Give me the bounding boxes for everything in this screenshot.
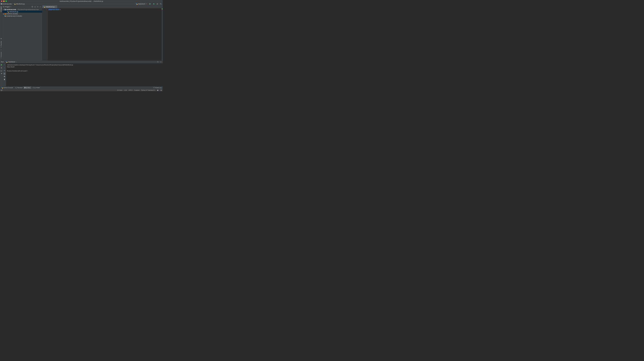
pin-tab-button[interactable] (0, 72, 3, 75)
svg-rect-9 (157, 3, 158, 4)
svg-rect-29 (1, 71, 1, 72)
breadcrumb-file[interactable]: HelloWorld.py (14, 3, 24, 5)
status-cursor-position[interactable]: 1:19 (124, 89, 127, 91)
window-title: testAnaconda [~/PycharmProjects/testAnac… (0, 0, 163, 2)
libraries-icon (4, 13, 6, 14)
soft-wrap-button[interactable] (3, 70, 6, 72)
svg-rect-35 (4, 76, 5, 76)
tree-scratches[interactable]: Scratches and Consoles (2, 15, 42, 17)
project-panel: Project ▼ ▼ testAnaconda ~/PycharmProjec… (2, 5, 42, 60)
inspection-indicator-icon[interactable] (162, 8, 162, 10)
tool-windows-toggle-icon[interactable] (1, 89, 2, 91)
zoom-window-button[interactable] (6, 0, 7, 2)
readonly-lock-icon[interactable] (157, 89, 158, 91)
python-console-tool-button[interactable]: Python Console (0, 86, 14, 89)
clear-all-button[interactable] (3, 78, 6, 80)
close-tab-icon[interactable]: × (55, 6, 56, 8)
editor-body[interactable]: 1 print("Hello World!") (42, 8, 163, 60)
toolbar-right: HelloWorld ▼ (135, 3, 162, 5)
status-indent[interactable]: 4 spaces (134, 89, 140, 91)
traffic-lights (0, 0, 7, 2)
code-line-1: print("Hello World!") (48, 8, 161, 10)
svg-rect-38 (4, 79, 5, 79)
tree-file-helloworld[interactable]: HelloWorld.py (2, 11, 42, 13)
todo-icon (32, 87, 34, 88)
project-panel-title-group[interactable]: Project ▼ (3, 6, 31, 8)
svg-line-11 (161, 4, 162, 4)
svg-point-48 (161, 90, 161, 90)
tree-external-libraries[interactable]: ▶ External Libraries (2, 13, 42, 15)
project-tree: ▼ testAnaconda ~/PycharmProjects/testAna… (2, 8, 42, 60)
svg-point-10 (160, 3, 162, 4)
folder-icon (4, 9, 6, 10)
stop-run-button[interactable] (0, 67, 3, 69)
expand-all-button[interactable] (34, 6, 36, 8)
tree-project-root[interactable]: ▼ testAnaconda ~/PycharmProjects/testAna… (2, 8, 42, 11)
stop-button[interactable] (156, 3, 158, 5)
run-configuration-select[interactable]: HelloWorld ▼ (135, 3, 148, 5)
svg-rect-47 (157, 90, 158, 91)
output-line-1: /opt/anaconda3/envs/test1py3.7/bin/pytho… (7, 64, 73, 66)
titlebar: testAnaconda [~/PycharmProjects/testAnac… (0, 0, 163, 2)
breadcrumb-project[interactable]: testAnaconda (1, 3, 12, 5)
output-line-4: Process finished with exit code 0 (7, 70, 27, 72)
rerun-button[interactable] (0, 64, 3, 66)
todo-tool-label: 6: TODO (35, 87, 40, 88)
external-libraries-label: External Libraries (6, 13, 18, 15)
status-chars: 21 chars (117, 89, 122, 91)
locate-file-button[interactable] (31, 6, 34, 8)
print-button[interactable] (3, 76, 6, 78)
project-panel-header: Project ▼ (2, 5, 42, 8)
minimize-window-button[interactable] (3, 0, 5, 2)
python-console-label: Python Console (4, 87, 13, 88)
structure-tool-window-button[interactable]: 7: Structure (0, 52, 2, 58)
restore-layout-button[interactable] (0, 70, 3, 72)
inspection-hector-icon[interactable] (160, 89, 162, 91)
debug-button[interactable] (152, 3, 155, 5)
svg-point-22 (37, 6, 38, 7)
editor-gutter: 1 (42, 8, 48, 60)
settings-button[interactable] (37, 6, 39, 8)
svg-marker-0 (150, 3, 151, 5)
python-file-icon (6, 61, 8, 63)
expand-arrow-icon: ▶ (3, 13, 4, 14)
todo-tool-button[interactable]: 6: TODO (31, 86, 41, 89)
status-encoding[interactable]: UTF-8 (128, 89, 132, 91)
run-tool-label: 4: Run (26, 87, 30, 88)
tree-file-label: HelloWorld.py (9, 11, 18, 13)
event-log-tool-button[interactable]: Event Log (152, 86, 162, 89)
scratches-label: Scratches and Consoles (6, 15, 22, 17)
run-gutter-left (0, 63, 3, 86)
hide-panel-button[interactable] (39, 6, 42, 8)
scratches-icon (4, 15, 6, 16)
run-body: /opt/anaconda3/envs/test1py3.7/bin/pytho… (0, 63, 163, 86)
status-interpreter[interactable]: Python 3.7 (test1py3.7) (141, 89, 155, 91)
terminal-label: Terminal (17, 87, 22, 88)
ide-window: testAnaconda [~/PycharmProjects/testAnac… (0, 0, 163, 91)
terminal-tool-button[interactable]: Terminal (14, 86, 24, 89)
up-stack-button[interactable] (3, 64, 6, 66)
run-panel-header: Run: HelloWorld × (0, 60, 163, 63)
close-window-button[interactable] (1, 0, 2, 2)
run-tab-label: HelloWorld (8, 61, 15, 63)
run-output[interactable]: /opt/anaconda3/envs/test1py3.7/bin/pytho… (6, 63, 163, 86)
scroll-to-end-button[interactable] (3, 72, 6, 75)
python-file-icon (14, 3, 15, 5)
search-everywhere-button[interactable] (160, 3, 162, 5)
run-tool-button[interactable]: 4: Run (24, 86, 31, 89)
svg-marker-26 (1, 64, 2, 66)
run-button[interactable] (149, 3, 152, 5)
left-tool-strip: 1: Project ★ 2: Favorites ⋮ 7: Structure (0, 5, 2, 60)
hide-run-panel-button[interactable] (160, 61, 162, 63)
project-root-path: ~/PycharmProjects/testAnaconda (17, 9, 38, 10)
editor-tab-helloworld[interactable]: HelloWorld.py × (42, 5, 57, 8)
expand-arrow-icon: ▼ (3, 9, 4, 10)
project-tool-window-button[interactable]: 1: Project (0, 6, 2, 12)
close-run-tab-icon[interactable]: × (16, 61, 16, 63)
run-settings-button[interactable] (157, 61, 159, 63)
favorites-tool-window-button[interactable]: 2: Favorites (0, 40, 2, 48)
svg-line-30 (1, 74, 1, 74)
code-editor[interactable]: print("Hello World!") (48, 8, 162, 60)
run-gutter-right (3, 63, 6, 86)
down-stack-button[interactable] (3, 67, 6, 69)
